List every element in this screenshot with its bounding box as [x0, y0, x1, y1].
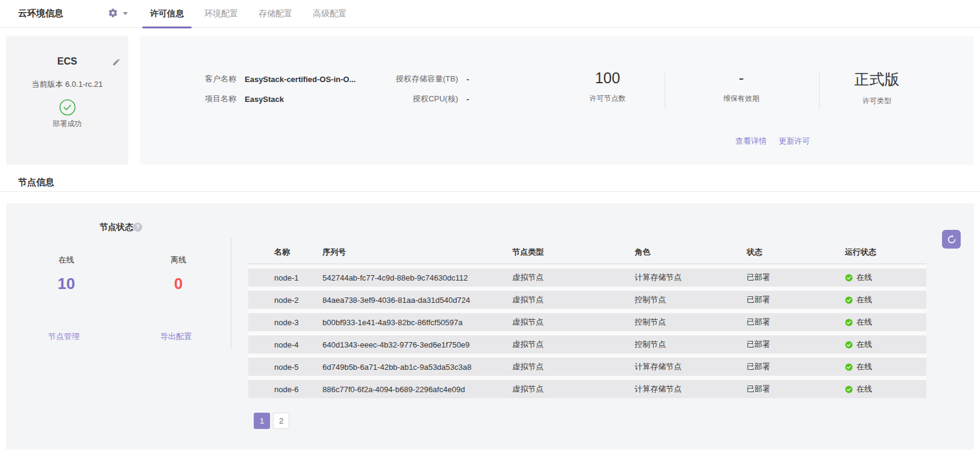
cell-role: 计算存储节点: [635, 384, 747, 395]
cell-role: 控制节点: [635, 339, 747, 350]
customer-name-label: 客户名称: [205, 74, 236, 84]
pencil-icon[interactable]: [112, 58, 121, 67]
col-name: 名称: [274, 247, 322, 258]
cell-node-type: 虚拟节点: [512, 272, 635, 283]
cell-name: node-3: [274, 318, 322, 327]
license-panel: 客户名称 EasyStack-certified-OS-in-O... 项目名称…: [140, 36, 974, 165]
offline-stat: 离线 0: [142, 255, 215, 293]
col-role: 角色: [635, 247, 747, 258]
licensed-storage-value: -: [466, 75, 469, 84]
cell-run-status: 在线: [845, 317, 926, 328]
offline-count: 0: [142, 275, 215, 293]
table-row: node-6 886c77f0-6f2a-4094-b689-2296afc4e…: [248, 380, 926, 398]
cell-node-type: 虚拟节点: [512, 384, 635, 395]
maintenance-validity-label: 维保有效期: [681, 94, 802, 104]
table-row: node-1 542744ab-fc77-4c9d-88eb-9c74630dc…: [248, 268, 926, 287]
cloud-environment-page: 云环境信息 许可信息 环境配置 存储配置 高级配置 ECS 当前版本 6.0.1…: [0, 0, 980, 470]
cell-serial: 84aea738-3ef9-4036-81aa-da31d540d724: [322, 296, 512, 305]
online-label: 在线: [30, 255, 102, 265]
col-status: 状态: [747, 247, 845, 258]
project-name-value: EasyStack: [245, 95, 284, 104]
current-version-label: 当前版本: [32, 80, 63, 89]
question-mark-icon[interactable]: ?: [133, 223, 142, 232]
cell-run-status: 在线: [845, 339, 926, 350]
run-status-text: 在线: [856, 317, 872, 328]
maintenance-validity-stat: - 维保有效期: [681, 69, 802, 104]
table-row: node-4 640d1343-eeec-4b32-9776-3ed6e1f75…: [248, 335, 926, 354]
environment-name: ECS: [6, 56, 128, 67]
online-count: 10: [30, 275, 102, 293]
table-row: node-5 6d749b5b-6a71-42bb-ab1c-9a53da53c…: [248, 358, 926, 376]
check-badge-icon: [845, 319, 853, 326]
refresh-button[interactable]: [942, 230, 961, 249]
cell-name: node-4: [274, 340, 322, 349]
col-serial: 序列号: [322, 247, 512, 258]
chevron-down-icon[interactable]: [123, 12, 128, 15]
tab-storage-config[interactable]: 存储配置: [248, 0, 303, 28]
cell-node-type: 虚拟节点: [512, 294, 635, 305]
stat-divider: [665, 72, 665, 110]
node-table: 名称 序列号 节点类型 角色 状态 运行状态 node-1 542744ab-f…: [248, 240, 926, 398]
cell-serial: b00bf933-1e41-4a93-82bc-86ffcf50597a: [322, 318, 512, 327]
col-run-status: 运行状态: [845, 247, 926, 258]
check-badge-icon: [845, 341, 853, 349]
cell-name: node-1: [274, 273, 322, 282]
check-badge-icon: [845, 363, 853, 371]
licensed-cpu-value: -: [466, 95, 469, 104]
licensed-nodes-value: 100: [547, 69, 668, 87]
cell-run-status: 在线: [845, 361, 926, 372]
table-row: node-2 84aea738-3ef9-4036-81aa-da31d540d…: [248, 291, 926, 309]
node-info-title: 节点信息: [18, 177, 54, 188]
cell-status: 已部署: [747, 361, 845, 372]
update-license-link[interactable]: 更新许可: [779, 136, 810, 147]
page-button-1[interactable]: 1: [254, 413, 270, 429]
tab-environment-config[interactable]: 环境配置: [194, 0, 248, 28]
section-divider: [0, 191, 980, 192]
cell-status: 已部署: [747, 294, 845, 305]
cell-role: 计算存储节点: [635, 272, 747, 283]
current-version-value: 6.0.1-rc.21: [65, 80, 102, 89]
node-table-header: 名称 序列号 节点类型 角色 状态 运行状态: [248, 240, 926, 264]
page-button-2[interactable]: 2: [273, 413, 289, 429]
check-badge-icon: [845, 296, 853, 304]
tab-advanced-config[interactable]: 高级配置: [303, 0, 357, 28]
table-row: node-3 b00bf933-1e41-4a93-82bc-86ffcf505…: [248, 313, 926, 331]
check-badge-icon: [845, 386, 853, 393]
cell-node-type: 虚拟节点: [512, 361, 635, 372]
licensed-cpu-label: 授权CPU(核): [357, 94, 458, 104]
node-status-panel: 节点状态 ? 在线 10 离线 0 节点管理 导出配置 名称 序列号 节点类型 …: [6, 203, 974, 449]
environment-card: ECS 当前版本 6.0.1-rc.21 部署成功: [6, 36, 128, 165]
cell-serial: 542744ab-fc77-4c9d-88eb-9c74630dc112: [322, 273, 512, 282]
run-status-text: 在线: [856, 384, 872, 395]
cell-run-status: 在线: [845, 294, 926, 305]
maintenance-validity-value: -: [681, 69, 802, 87]
license-actions: 查看详情 更新许可: [735, 136, 810, 147]
tab-license-info[interactable]: 许可信息: [140, 0, 194, 28]
licensed-nodes-label: 许可节点数: [547, 94, 668, 104]
cell-run-status: 在线: [845, 384, 926, 395]
cell-serial: 886c77f0-6f2a-4094-b689-2296afc4e09d: [322, 385, 512, 394]
view-details-link[interactable]: 查看详情: [735, 136, 767, 147]
cell-name: node-2: [274, 296, 322, 305]
cell-status: 已部署: [747, 272, 845, 283]
col-node-type: 节点类型: [512, 247, 635, 258]
deploy-status-text: 部署成功: [6, 119, 128, 129]
cell-serial: 640d1343-eeec-4b32-9776-3ed6e1f750e9: [322, 340, 512, 349]
license-type-label: 许可类型: [817, 96, 937, 106]
cell-role: 计算存储节点: [635, 361, 747, 372]
cell-role: 控制节点: [635, 294, 747, 305]
cell-status: 已部署: [747, 384, 845, 395]
tab-bar: 许可信息 环境配置 存储配置 高级配置: [140, 0, 357, 28]
cell-name: node-6: [274, 385, 322, 394]
licensed-nodes-stat: 100 许可节点数: [547, 69, 668, 104]
node-management-link[interactable]: 节点管理: [48, 331, 80, 342]
check-circle-icon: [59, 99, 76, 116]
cell-serial: 6d749b5b-6a71-42bb-ab1c-9a53da53c3a8: [322, 363, 512, 372]
customer-name-value: EasyStack-certified-OS-in-O...: [245, 75, 356, 84]
run-status-text: 在线: [856, 294, 872, 305]
offline-label: 离线: [142, 255, 215, 265]
cell-status: 已部署: [747, 339, 845, 350]
export-config-link[interactable]: 导出配置: [160, 331, 192, 342]
license-type-stat: 正式版 许可类型: [817, 69, 937, 106]
gear-icon[interactable]: [108, 8, 119, 19]
